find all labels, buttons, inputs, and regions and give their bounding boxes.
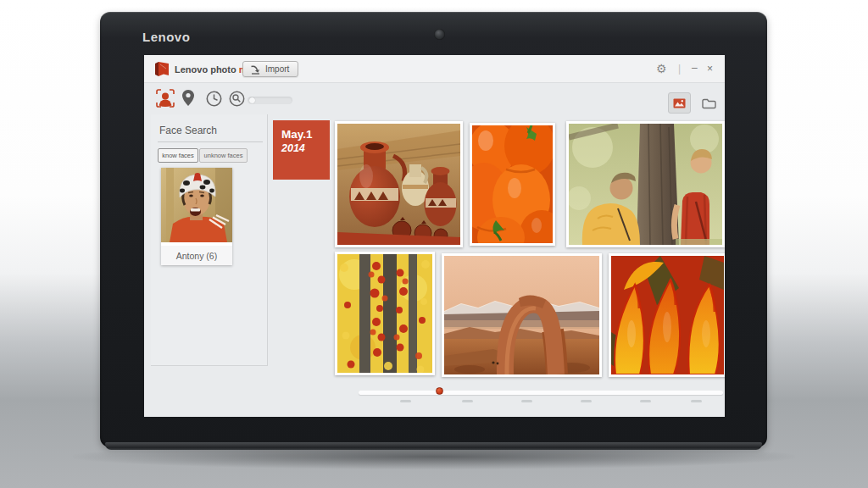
timeline-handle[interactable] xyxy=(436,387,443,395)
app-window: Lenovo photo master Import ⚙ | – × xyxy=(144,55,725,417)
timeline-tick xyxy=(581,400,592,402)
minimize-button[interactable]: – xyxy=(692,61,698,75)
photo-view-toggle[interactable] xyxy=(668,92,691,114)
zoom-slider[interactable] xyxy=(248,97,292,104)
folder-view-icon xyxy=(702,98,716,109)
timeline-tick xyxy=(462,400,473,402)
timeline-tick xyxy=(400,400,411,402)
import-label: Import xyxy=(265,64,289,74)
timeline-tick xyxy=(640,400,651,402)
heading-rule xyxy=(158,141,263,142)
close-button[interactable]: × xyxy=(707,62,713,75)
app-title-text: Lenovo photo xyxy=(175,64,239,75)
photo-peppers[interactable] xyxy=(470,123,555,246)
zoom-slider-thumb[interactable] xyxy=(249,97,255,103)
face-search-panel: Face Search know faces unknow faces xyxy=(151,114,268,366)
date-card-date: May.1 xyxy=(281,128,330,141)
import-icon xyxy=(250,64,261,75)
places-mode-icon[interactable] xyxy=(182,90,194,109)
face-group-label: Antony (6) xyxy=(161,246,232,265)
date-card-year: 2014 xyxy=(281,142,330,154)
import-button[interactable]: Import xyxy=(242,61,298,77)
webcam xyxy=(434,29,445,40)
photo-tulips[interactable] xyxy=(609,253,725,377)
app-logo-icon xyxy=(155,61,169,80)
laptop-base xyxy=(105,442,762,450)
face-group-antony[interactable]: Antony (6) xyxy=(161,168,232,265)
face-thumbnail xyxy=(161,168,232,242)
tab-unknow-faces[interactable]: unknow faces xyxy=(199,148,248,163)
photo-father-son[interactable] xyxy=(566,121,725,247)
time-mode-icon[interactable] xyxy=(206,91,222,110)
folder-view-toggle[interactable] xyxy=(698,96,719,111)
settings-gear-icon[interactable]: ⚙ xyxy=(656,62,667,75)
photo-arch[interactable] xyxy=(442,253,602,377)
photo-pottery[interactable] xyxy=(335,121,463,247)
face-search-mode-icon[interactable] xyxy=(156,89,175,112)
lenovo-bezel-logo: Lenovo xyxy=(142,30,190,44)
tab-know-faces[interactable]: know faces xyxy=(158,148,198,163)
timeline-tick xyxy=(521,400,532,402)
titlebar-divider: | xyxy=(678,62,681,75)
timeline-tick xyxy=(691,400,702,402)
photo-autumn-leaves[interactable] xyxy=(335,252,435,375)
face-search-heading: Face Search xyxy=(159,125,217,136)
zoom-mode-icon[interactable] xyxy=(229,91,245,110)
date-card[interactable]: May.1 2014 xyxy=(273,120,330,180)
timeline-slider[interactable] xyxy=(359,391,723,395)
photo-view-icon xyxy=(673,98,686,108)
